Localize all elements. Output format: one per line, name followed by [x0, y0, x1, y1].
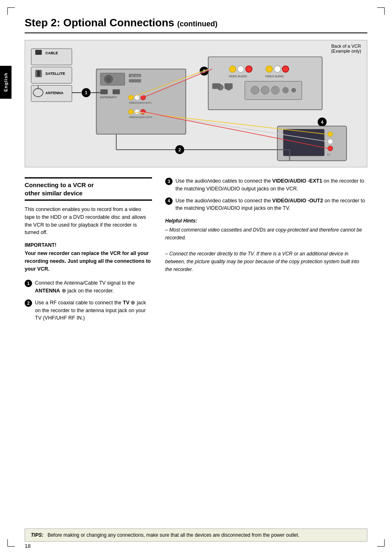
svg-rect-5 — [37, 71, 40, 76]
svg-point-46 — [251, 86, 259, 94]
svg-text:4: 4 — [321, 120, 323, 125]
svg-rect-43 — [212, 83, 221, 89]
svg-point-33 — [229, 66, 236, 72]
section-heading: Connecting to a VCR or other similar dev… — [25, 177, 152, 201]
page: English Step 2: Optional Connections (co… — [0, 0, 392, 554]
svg-text:VIDEO/AUDIO OUT2: VIDEO/AUDIO OUT2 — [129, 116, 152, 118]
svg-rect-19 — [129, 79, 141, 83]
svg-point-49 — [283, 87, 288, 93]
section-title: Connecting to a VCR or other similar dev… — [25, 181, 152, 197]
section-body: This connection enables you to record fr… — [25, 206, 152, 236]
svg-text:VIDEO/AUDIO EXT1: VIDEO/AUDIO EXT1 — [129, 102, 152, 104]
language-tab: English — [0, 66, 12, 99]
step-num-2: 2 — [25, 299, 32, 307]
svg-point-47 — [261, 86, 269, 94]
svg-point-50 — [292, 88, 296, 92]
svg-text:TV: TV — [327, 153, 330, 156]
svg-point-57 — [328, 132, 333, 137]
svg-text:1: 1 — [85, 90, 88, 95]
svg-point-38 — [274, 66, 281, 72]
svg-rect-1 — [35, 50, 42, 55]
step-text-2: Use a RF coaxial cable to connect the TV… — [35, 299, 152, 322]
content-columns: Connecting to a VCR or other similar dev… — [25, 177, 367, 326]
svg-text:RF OUT: RF OUT — [131, 75, 140, 77]
step-text-4: Use the audio/video cables to connect th… — [175, 197, 367, 213]
svg-rect-44 — [224, 83, 233, 89]
tips-bar: TIPS: Before making or changing any conn… — [25, 529, 367, 542]
svg-text:ANTENNA: ANTENNA — [100, 96, 113, 99]
svg-point-34 — [238, 66, 244, 72]
corner-mark-bl — [7, 539, 15, 547]
svg-point-58 — [328, 139, 333, 144]
svg-rect-22 — [113, 89, 120, 94]
helpful-hints-body: – Most commercial video cassettes and DV… — [165, 226, 367, 274]
tips-text: Before making or changing any connection… — [48, 532, 300, 538]
svg-text:2: 2 — [178, 147, 181, 152]
corner-mark-tr — [377, 7, 385, 15]
step-2: 2 Use a RF coaxial cable to connect the … — [25, 299, 152, 322]
helpful-hints: Helpful Hints: – Most commercial video c… — [165, 217, 367, 274]
svg-text:VIDEO  AUDIO: VIDEO AUDIO — [228, 75, 247, 78]
step-3: 3 Use the audio/video cables to connect … — [165, 177, 367, 193]
svg-text:VIDEO  AUDIO: VIDEO AUDIO — [265, 75, 284, 78]
step-text-3: Use the audio/video cables to connect th… — [175, 177, 367, 193]
diagram-area: Back of a VCR (Example only) CABLE SATEL… — [25, 40, 367, 167]
step-4: 4 Use the audio/video cables to connect … — [165, 197, 367, 213]
step-1: 1 Connect the Antenna/Cable TV signal to… — [25, 279, 152, 295]
step-num-4: 4 — [165, 197, 173, 205]
left-column: Connecting to a VCR or other similar dev… — [25, 177, 152, 326]
svg-point-16 — [106, 77, 111, 82]
step-text-1: Connect the Antenna/Cable TV signal to t… — [35, 279, 152, 295]
svg-text:SATELLITE: SATELLITE — [46, 72, 65, 76]
tips-label: TIPS: — [31, 532, 44, 538]
important-label: IMPORTANT! — [25, 242, 152, 248]
step-num-3: 3 — [165, 178, 173, 185]
page-title: Step 2: Optional Connections (continued) — [25, 16, 367, 33]
right-column: 3 Use the audio/video cables to connect … — [165, 177, 367, 326]
svg-text:TV: TV — [113, 96, 117, 99]
svg-point-48 — [271, 86, 279, 94]
svg-point-37 — [266, 66, 272, 72]
connection-diagram: CABLE SATELLITE ANTENNA 1 RF OUT — [29, 44, 363, 163]
svg-point-39 — [282, 66, 289, 72]
svg-text:ANTENNA: ANTENNA — [46, 91, 64, 95]
vcr-label: Back of a VCR (Example only) — [331, 44, 361, 53]
corner-mark-br — [377, 539, 385, 547]
page-number: 18 — [25, 543, 30, 549]
svg-point-35 — [246, 66, 252, 72]
svg-rect-20 — [100, 89, 108, 94]
corner-mark-tl — [7, 7, 15, 15]
important-body: Your new recorder can replace the VCR fo… — [25, 250, 152, 273]
svg-text:CABLE: CABLE — [46, 51, 58, 55]
step-num-1: 1 — [25, 280, 32, 287]
helpful-hints-title: Helpful Hints: — [165, 217, 367, 225]
